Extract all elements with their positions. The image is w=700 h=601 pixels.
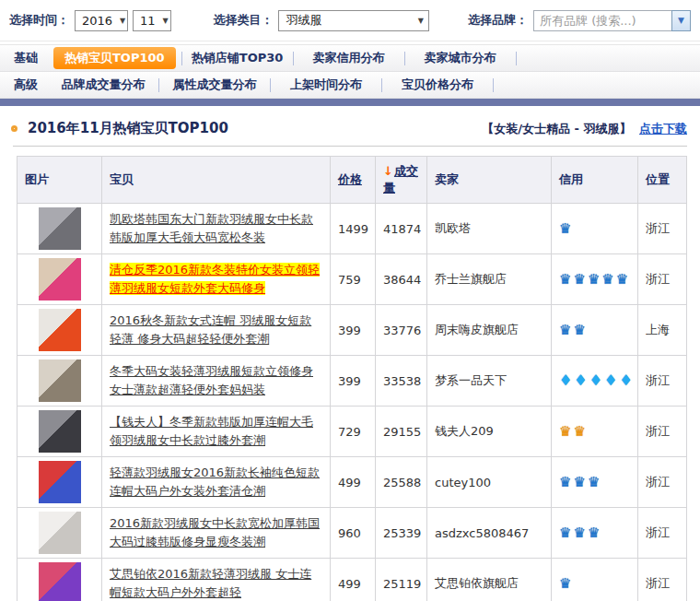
brand-filter-label: 选择品牌： (468, 12, 528, 29)
product-title-link[interactable]: 【钱夫人】冬季新款韩版加厚连帽大毛领羽绒服女中长款过膝外套潮 (110, 415, 313, 447)
orange-bullet-icon (11, 125, 18, 132)
item-price-cell: 399 (331, 356, 376, 407)
product-title-link[interactable]: 冬季大码女装轻薄羽绒服短款立领修身女士薄款超薄轻便外套妈妈装 (110, 364, 313, 396)
gold-crown-icon: ♛ (573, 423, 585, 440)
basic-tabs-label: 基础 (0, 50, 52, 66)
item-image-cell (18, 508, 102, 559)
tab-item-price-distribution[interactable]: 宝贝价格分布 (386, 77, 489, 93)
blue-crown-icon: ♛ (559, 271, 571, 288)
sort-descending-icon: ↓ (383, 164, 393, 178)
tabs-bottom-bar (0, 99, 700, 106)
blue-crown-icon: ♛ (559, 575, 571, 592)
item-title-cell: 艾思铂依2016新款轻薄羽绒服 女士连帽短款大码户外外套超轻 (102, 559, 331, 601)
item-title-cell: 凯欧塔韩国东大门新款羽绒服女中长款韩版加厚大毛领大码宽松冬装 (102, 204, 331, 254)
blue-crown-icon: ♛ (559, 524, 571, 541)
blue-crown-icon: ♛ (573, 524, 585, 541)
chevron-down-icon: ▼ (418, 17, 424, 25)
item-price-cell: 499 (331, 559, 376, 601)
tabs-block: 基础 热销宝贝TOP100 热销店铺TOP30 卖家信用分布 卖家城市分布 高级… (0, 44, 700, 106)
product-thumbnail[interactable] (39, 309, 81, 351)
item-title-cell: 轻薄款羽绒服女2016新款长袖纯色短款连帽大码户外女装外套清仓潮 (102, 457, 331, 508)
product-thumbnail[interactable] (39, 258, 81, 300)
tab-seller-city-distribution[interactable]: 卖家城市分布 (409, 50, 512, 66)
item-credit-cell: ♦♦♦♦♦ (552, 356, 638, 407)
product-title-link[interactable]: 轻薄款羽绒服女2016新款长袖纯色短款连帽大码户外女装外套清仓潮 (110, 465, 320, 498)
time-filter-label: 选择时间： (9, 12, 69, 29)
month-select[interactable]: 11 ▼ (133, 10, 171, 31)
item-volume-cell: 38644 (376, 254, 427, 305)
column-header-location: 位置 (638, 157, 687, 204)
category-select[interactable]: 羽绒服 ▼ (278, 10, 429, 31)
tab-seller-credit-distribution[interactable]: 卖家信用分布 (298, 50, 401, 66)
product-thumbnail[interactable] (39, 207, 81, 250)
tab-attribute-volume-distribution[interactable]: 属性成交量分布 (163, 77, 266, 93)
item-image-cell (18, 204, 102, 254)
tab-hot-items-top100[interactable]: 热销宝贝TOP100 (53, 47, 176, 69)
category-filter-label: 选择类目： (213, 12, 273, 29)
item-volume-cell: 29155 (376, 407, 427, 457)
blue-crown-icon: ♛ (588, 524, 600, 541)
item-credit-cell: ♛ (552, 204, 638, 254)
item-seller-cell: cutey100 (427, 457, 552, 508)
table-row: 轻薄款羽绒服女2016新款长袖纯色短款连帽大码户外女装外套清仓潮 499 255… (18, 457, 687, 508)
price-sort-link[interactable]: 价格 (338, 172, 362, 186)
brand-search-input[interactable] (533, 10, 671, 31)
column-header-credit: 信用 (552, 157, 638, 204)
product-thumbnail[interactable] (39, 410, 81, 453)
product-title-link[interactable]: 艾思铂依2016新款轻薄羽绒服 女士连帽短款大码户外外套超轻 (110, 567, 311, 599)
tab-hot-shops-top30[interactable]: 热销店铺TOP30 (186, 50, 289, 66)
top100-table: 图片 宝贝 价格 ↓成交量 卖家 信用 位置 凯欧塔韩国东大门新款羽绒服女中长款… (17, 156, 687, 601)
item-location-cell: 浙江 (638, 407, 687, 457)
column-header-volume[interactable]: ↓成交量 (376, 157, 427, 204)
top100-table-wrap: 图片 宝贝 价格 ↓成交量 卖家 信用 位置 凯欧塔韩国东大门新款羽绒服女中长款… (0, 156, 700, 601)
product-thumbnail[interactable] (39, 512, 81, 554)
item-image-cell (18, 457, 102, 508)
item-image-cell (18, 559, 102, 601)
item-location-cell: 浙江 (638, 559, 687, 601)
item-price-cell: 960 (331, 508, 376, 559)
blue-crown-icon: ♛ (601, 271, 613, 288)
blue-crown-icon: ♛ (573, 271, 585, 288)
product-title-link[interactable]: 2016新款羽绒服女中长款宽松加厚韩国大码过膝韩版修身显瘦冬装潮 (110, 516, 320, 548)
tab-separator (158, 78, 159, 92)
item-location-cell: 浙江 (638, 356, 687, 407)
item-seller-cell: 钱夫人209 (427, 407, 552, 457)
item-location-cell: 浙江 (638, 457, 687, 508)
table-row: 艾思铂依2016新款轻薄羽绒服 女士连帽短款大码户外外套超轻 499 25119… (18, 559, 687, 601)
product-thumbnail[interactable] (39, 461, 81, 503)
blue-diamond-icon: ♦ (619, 371, 632, 389)
item-volume-cell: 25339 (376, 508, 427, 559)
tab-separator (493, 78, 494, 92)
item-seller-cell: 乔士兰旗舰店 (427, 254, 552, 305)
item-volume-cell: 25119 (376, 559, 427, 601)
product-title-link[interactable]: 2016秋冬新款女式连帽 羽绒服女短款轻薄 修身大码超轻轻便外套潮 (110, 313, 311, 346)
table-row: 2016秋冬新款女式连帽 羽绒服女短款轻薄 修身大码超轻轻便外套潮 399 33… (18, 305, 687, 356)
item-image-cell (18, 305, 102, 356)
tab-separator (381, 78, 382, 92)
brand-dropdown-button[interactable]: ▼ (671, 10, 691, 31)
item-price-cell: 399 (331, 305, 376, 356)
table-row: 清仓反季2016新款冬装特价女装立领轻薄羽绒服女短款外套大码修身 759 386… (18, 254, 687, 305)
product-thumbnail[interactable] (39, 359, 81, 402)
year-select[interactable]: 2016 ▼ (75, 10, 128, 31)
item-credit-cell: ♛♛ (552, 305, 638, 356)
product-title-link[interactable]: 凯欧塔韩国东大门新款羽绒服女中长款韩版加厚大毛领大码宽松冬装 (110, 212, 313, 244)
product-thumbnail[interactable] (39, 562, 81, 601)
tab-listing-time-distribution[interactable]: 上架时间分布 (274, 77, 378, 93)
year-select-value: 2016 (82, 14, 112, 28)
column-header-price[interactable]: 价格 (331, 157, 376, 204)
product-title-link[interactable]: 清仓反季2016新款冬装特价女装立领轻薄羽绒服女短款外套大码修身 (110, 263, 320, 295)
item-credit-cell: ♛♛ (552, 407, 638, 457)
item-image-cell (18, 407, 102, 457)
item-location-cell: 浙江 (638, 204, 687, 254)
tab-brand-volume-distribution[interactable]: 品牌成交量分布 (52, 77, 155, 93)
item-title-cell: 2016秋冬新款女式连帽 羽绒服女短款轻薄 修身大码超轻轻便外套潮 (102, 305, 331, 356)
column-header-image: 图片 (18, 157, 102, 204)
tab-separator (270, 78, 271, 92)
tab-separator (293, 52, 294, 65)
download-link[interactable]: 点击下载 (639, 122, 687, 136)
item-seller-cell: 凯欧塔 (427, 204, 552, 254)
item-seller-cell: asdzxc5808467 (427, 508, 552, 559)
item-seller-cell: 周末嗨皮旗舰店 (427, 305, 552, 356)
advanced-tab-row: 高级 品牌成交量分布 属性成交量分布 上架时间分布 宝贝价格分布 (0, 72, 700, 99)
